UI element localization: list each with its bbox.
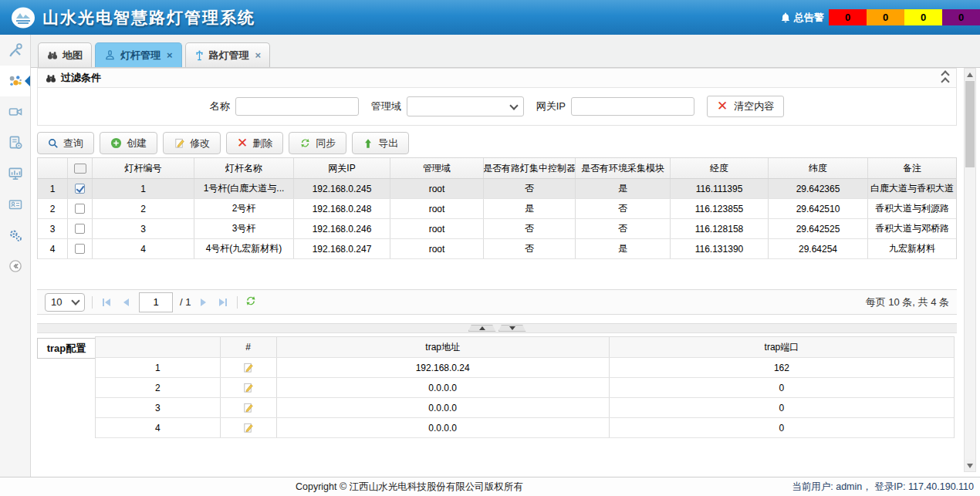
edit-pencil-icon[interactable] bbox=[242, 382, 254, 393]
export-button-label: 导出 bbox=[378, 137, 398, 150]
trap-edit-cell bbox=[221, 358, 277, 377]
tab-map[interactable]: 地图 bbox=[38, 42, 92, 67]
select-all-checkbox[interactable] bbox=[74, 164, 86, 174]
tab-close-icon[interactable]: × bbox=[255, 52, 262, 59]
table-cell: 192.168.0.245 bbox=[294, 179, 390, 198]
create-button-label: 创建 bbox=[127, 137, 147, 150]
sidebar-collapse-button[interactable] bbox=[0, 251, 30, 282]
footer: Copyright © 江西山水光电科技股份有限公司版权所有 当前用户: adm… bbox=[0, 477, 980, 496]
table-cell: 香积大道与邓桥路 bbox=[868, 219, 956, 238]
sidebar-item-idcard[interactable] bbox=[0, 189, 30, 220]
tab-label: 地图 bbox=[63, 49, 83, 62]
sync-icon bbox=[299, 137, 311, 149]
clear-content-button[interactable]: ✕ 清空内容 bbox=[707, 96, 784, 117]
delete-button[interactable]: ✕ 删除 bbox=[226, 132, 283, 154]
table-row[interactable]: 2 22号杆192.168.0.248root是否116.12385529.64… bbox=[38, 199, 956, 219]
main-content: 过滤条件 名称 管理域 网关IP bbox=[31, 68, 980, 477]
row-checkbox-cell bbox=[68, 179, 93, 198]
sidebar-item-report[interactable] bbox=[0, 127, 30, 158]
splitter-expand-up-button[interactable] bbox=[468, 325, 496, 332]
scroll-down-button[interactable] bbox=[965, 460, 975, 471]
prev-page-button[interactable] bbox=[120, 299, 132, 306]
domain-select[interactable] bbox=[407, 96, 524, 116]
trap-port-cell: 0 bbox=[610, 378, 954, 397]
column-header[interactable]: 纬度 bbox=[769, 158, 868, 178]
panel-collapse-icon[interactable] bbox=[942, 72, 948, 85]
gateway-ip-input[interactable] bbox=[571, 97, 694, 116]
chevron-down-icon bbox=[509, 101, 518, 110]
column-header[interactable]: 灯杆名称 bbox=[194, 158, 294, 178]
trap-config-panel: trap配置 # trap地址 trap端口 1 bbox=[31, 333, 961, 477]
first-page-button[interactable] bbox=[100, 299, 113, 306]
table-row[interactable]: 3 33号杆192.168.0.246root否否116.12815829.64… bbox=[38, 219, 956, 239]
table-cell: 3 bbox=[93, 219, 194, 238]
edit-pencil-icon[interactable] bbox=[242, 402, 254, 413]
refresh-icon[interactable] bbox=[245, 295, 257, 310]
sync-button[interactable]: 同步 bbox=[289, 132, 346, 154]
tab-close-icon[interactable]: × bbox=[167, 52, 173, 59]
sidebar-item-monitor[interactable] bbox=[0, 158, 30, 189]
modify-button[interactable]: 修改 bbox=[163, 132, 221, 154]
active-item-marker bbox=[25, 76, 30, 86]
table-cell: 2号杆 bbox=[194, 199, 294, 218]
create-button[interactable]: 创建 bbox=[100, 132, 157, 154]
column-header[interactable]: 是否有环境采集模块 bbox=[576, 158, 671, 178]
column-header[interactable]: 网关IP bbox=[294, 158, 390, 178]
tab-light-management[interactable]: 路灯管理 × bbox=[185, 42, 271, 67]
trap-table-row[interactable]: 4 0.0.0.0 0 bbox=[96, 418, 954, 438]
tab-label: 路灯管理 bbox=[209, 49, 249, 62]
row-checkbox[interactable] bbox=[75, 244, 85, 254]
alarm-count-badge[interactable]: 0 bbox=[867, 9, 904, 25]
tab-bar: 地图 灯杆管理 × 路灯管理 × bbox=[31, 35, 980, 68]
page-size-select[interactable]: 10 bbox=[45, 293, 85, 312]
column-header[interactable]: 管理域 bbox=[390, 158, 484, 178]
tab-pole-management[interactable]: 灯杆管理 × bbox=[95, 42, 182, 67]
table-cell: 29.642365 bbox=[769, 179, 868, 198]
last-page-button[interactable] bbox=[216, 299, 230, 306]
next-page-button[interactable] bbox=[198, 299, 209, 306]
row-checkbox[interactable] bbox=[75, 224, 85, 234]
collapse-icon bbox=[7, 258, 24, 275]
row-checkbox[interactable] bbox=[75, 184, 85, 194]
column-header[interactable]: 经度 bbox=[671, 158, 769, 178]
sidebar-item-network[interactable] bbox=[0, 66, 30, 96]
row-number-header bbox=[38, 158, 68, 178]
table-cell: 192.168.0.246 bbox=[294, 219, 390, 238]
trap-row-number: 1 bbox=[96, 358, 221, 377]
column-header[interactable]: 灯杆编号 bbox=[93, 158, 194, 178]
edit-pencil-icon[interactable] bbox=[242, 362, 254, 373]
trap-table: # trap地址 trap端口 1 bbox=[95, 336, 955, 438]
export-button[interactable]: 导出 bbox=[352, 132, 409, 154]
sidebar-item-tools[interactable] bbox=[0, 35, 30, 66]
column-header[interactable]: 是否有路灯集中控制器 bbox=[484, 158, 576, 178]
panel-splitter[interactable] bbox=[37, 323, 957, 333]
trap-row-number: 3 bbox=[96, 398, 221, 417]
tools-icon bbox=[7, 42, 24, 59]
table-row[interactable]: 1 11号杆(白鹿大道与...192.168.0.245root否是116.11… bbox=[38, 179, 956, 199]
trap-table-row[interactable]: 1 192.168.0.24 162 bbox=[96, 358, 954, 378]
trap-address-cell: 192.168.0.24 bbox=[277, 358, 610, 377]
name-input[interactable] bbox=[235, 97, 359, 116]
table-cell: 是 bbox=[576, 239, 671, 258]
trap-config-tab[interactable]: trap配置 bbox=[37, 338, 96, 359]
row-checkbox[interactable] bbox=[75, 204, 85, 214]
trap-table-row[interactable]: 2 0.0.0.0 0 bbox=[96, 378, 954, 398]
scrollbar-thumb[interactable] bbox=[965, 81, 975, 167]
splitter-expand-down-button[interactable] bbox=[498, 325, 526, 332]
trap-table-row[interactable]: 3 0.0.0.0 0 bbox=[96, 398, 954, 418]
alarm-count-badge[interactable]: 0 bbox=[904, 9, 942, 25]
page-number-input[interactable] bbox=[139, 292, 173, 312]
vertical-scrollbar[interactable] bbox=[964, 68, 976, 472]
query-button[interactable]: 查询 bbox=[37, 132, 94, 154]
scroll-up-button[interactable] bbox=[965, 69, 975, 80]
sidebar-item-camera[interactable] bbox=[0, 96, 30, 127]
edit-pencil-icon[interactable] bbox=[242, 422, 254, 434]
trap-row-number: 4 bbox=[96, 418, 221, 437]
table-row[interactable]: 4 44号杆(九宏新材料)192.168.0.247root否是116.1313… bbox=[38, 239, 956, 259]
table-cell: 否 bbox=[484, 179, 576, 198]
pole-table: 灯杆编号 灯杆名称 网关IP 管理域 是否有路灯集中控制器 是否有环境采集模块 … bbox=[37, 157, 957, 259]
sidebar-item-settings[interactable] bbox=[0, 220, 30, 251]
alarm-count-badge[interactable]: 0 bbox=[829, 9, 867, 25]
alarm-count-badge[interactable]: 0 bbox=[942, 9, 980, 25]
column-header[interactable]: 备注 bbox=[868, 158, 956, 178]
